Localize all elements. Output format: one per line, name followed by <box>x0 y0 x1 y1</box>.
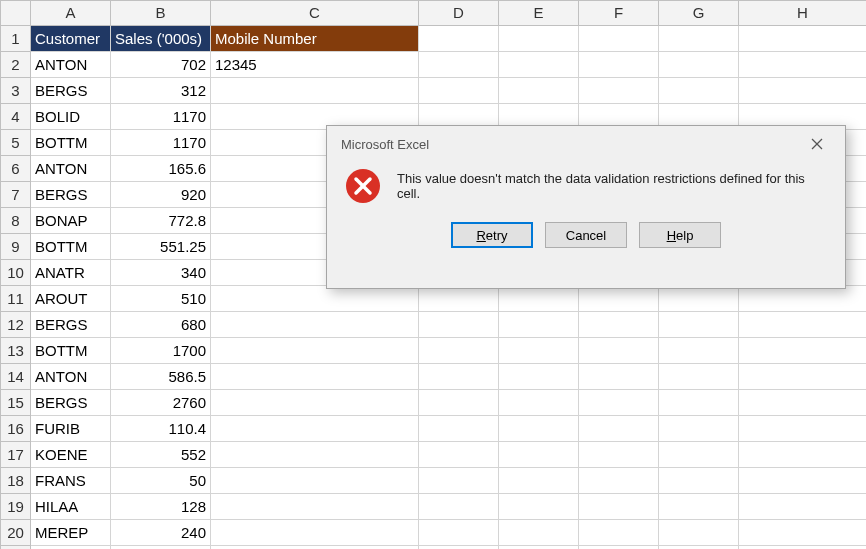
cell[interactable] <box>419 546 499 550</box>
col-header-F[interactable]: F <box>579 1 659 26</box>
cell[interactable] <box>659 416 739 442</box>
cell[interactable] <box>579 390 659 416</box>
cell[interactable]: 920 <box>111 182 211 208</box>
col-header-G[interactable]: G <box>659 1 739 26</box>
dialog-titlebar[interactable]: Microsoft Excel <box>327 126 845 162</box>
cell[interactable]: 586.5 <box>111 364 211 390</box>
cell[interactable] <box>579 78 659 104</box>
cell[interactable]: KOENE <box>31 442 111 468</box>
cell[interactable]: 120 <box>111 546 211 550</box>
cell[interactable] <box>419 338 499 364</box>
cell[interactable] <box>659 494 739 520</box>
cell[interactable] <box>739 26 867 52</box>
cell[interactable] <box>211 416 419 442</box>
cell[interactable]: 552 <box>111 442 211 468</box>
cell[interactable]: 1170 <box>111 130 211 156</box>
cell[interactable] <box>659 312 739 338</box>
cell[interactable] <box>739 78 867 104</box>
row-header[interactable]: 3 <box>1 78 31 104</box>
cell[interactable]: 165.6 <box>111 156 211 182</box>
cell[interactable]: ANATR <box>31 260 111 286</box>
dialog-close-button[interactable] <box>799 130 835 158</box>
cell[interactable]: BOLID <box>31 104 111 130</box>
cell[interactable]: 2760 <box>111 390 211 416</box>
cell[interactable] <box>659 78 739 104</box>
cell[interactable] <box>419 78 499 104</box>
row-header[interactable]: 14 <box>1 364 31 390</box>
cell[interactable]: 12345 <box>211 52 419 78</box>
cell[interactable] <box>419 416 499 442</box>
cell[interactable]: 240 <box>111 520 211 546</box>
cell[interactable]: BERGS <box>31 78 111 104</box>
cell[interactable] <box>419 494 499 520</box>
cell[interactable]: ANTON <box>31 364 111 390</box>
row-header[interactable]: 13 <box>1 338 31 364</box>
row-header[interactable]: 16 <box>1 416 31 442</box>
cell[interactable] <box>579 312 659 338</box>
cell[interactable] <box>579 364 659 390</box>
cell[interactable] <box>499 364 579 390</box>
cell[interactable] <box>419 52 499 78</box>
cell[interactable] <box>211 494 419 520</box>
cell[interactable]: Customer <box>31 26 111 52</box>
cell[interactable]: BOTTM <box>31 234 111 260</box>
cell[interactable] <box>739 52 867 78</box>
col-header-H[interactable]: H <box>739 1 867 26</box>
row-header[interactable]: 6 <box>1 156 31 182</box>
cell[interactable] <box>499 52 579 78</box>
cell[interactable]: AROUT <box>31 286 111 312</box>
row-header[interactable]: 9 <box>1 234 31 260</box>
cell[interactable]: MEREP <box>31 520 111 546</box>
cell[interactable]: 110.4 <box>111 416 211 442</box>
cell[interactable] <box>499 546 579 550</box>
cell[interactable]: BOTTM <box>31 338 111 364</box>
cell[interactable] <box>499 390 579 416</box>
cell[interactable]: BERGS <box>31 182 111 208</box>
cell[interactable]: 312 <box>111 78 211 104</box>
cell[interactable] <box>579 520 659 546</box>
cell[interactable] <box>419 364 499 390</box>
cell[interactable] <box>739 390 867 416</box>
row-header[interactable]: 12 <box>1 312 31 338</box>
col-header-A[interactable]: A <box>31 1 111 26</box>
cell[interactable] <box>739 494 867 520</box>
row-header[interactable]: 11 <box>1 286 31 312</box>
cell[interactable] <box>211 520 419 546</box>
row-header[interactable]: 5 <box>1 130 31 156</box>
cell[interactable]: 340 <box>111 260 211 286</box>
cell[interactable] <box>579 494 659 520</box>
cell[interactable] <box>659 52 739 78</box>
row-header[interactable]: 4 <box>1 104 31 130</box>
cell[interactable] <box>659 468 739 494</box>
help-button[interactable]: Help <box>639 222 721 248</box>
cell[interactable]: 510 <box>111 286 211 312</box>
cell[interactable] <box>739 312 867 338</box>
cell[interactable]: BERGS <box>31 390 111 416</box>
cell[interactable] <box>419 442 499 468</box>
col-header-C[interactable]: C <box>211 1 419 26</box>
cell[interactable] <box>499 312 579 338</box>
cell[interactable]: 551.25 <box>111 234 211 260</box>
cell[interactable] <box>659 546 739 550</box>
row-header[interactable]: 20 <box>1 520 31 546</box>
row-header[interactable]: 2 <box>1 52 31 78</box>
cell[interactable] <box>419 468 499 494</box>
row-header[interactable]: 17 <box>1 442 31 468</box>
cell[interactable] <box>739 364 867 390</box>
cell[interactable] <box>739 468 867 494</box>
cell[interactable]: BOTTM <box>31 130 111 156</box>
cell[interactable] <box>579 468 659 494</box>
cell[interactable] <box>499 26 579 52</box>
cancel-button[interactable]: Cancel <box>545 222 627 248</box>
cell[interactable]: BONAP <box>31 208 111 234</box>
row-header[interactable]: 1 <box>1 26 31 52</box>
cell[interactable]: 702 <box>111 52 211 78</box>
col-header-B[interactable]: B <box>111 1 211 26</box>
cell[interactable] <box>659 338 739 364</box>
cell[interactable] <box>579 26 659 52</box>
cell[interactable]: 128 <box>111 494 211 520</box>
select-all-corner[interactable] <box>1 1 31 26</box>
cell[interactable] <box>659 442 739 468</box>
cell[interactable]: 1700 <box>111 338 211 364</box>
cell[interactable] <box>499 520 579 546</box>
